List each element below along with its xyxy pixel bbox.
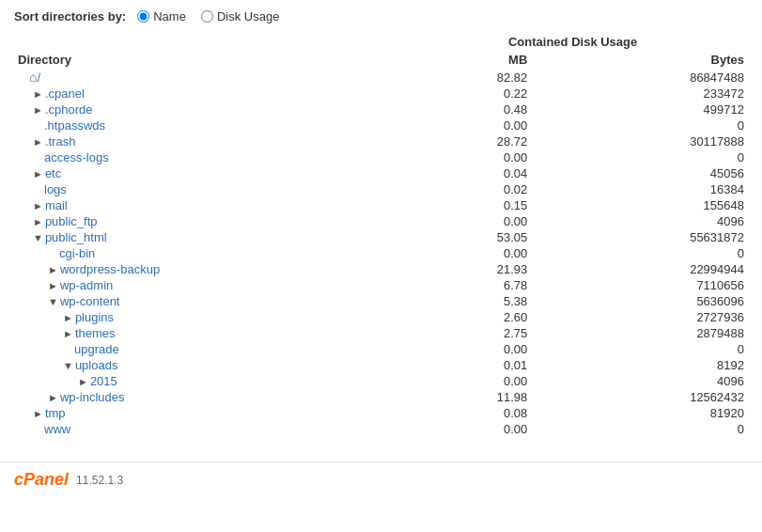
mb-cell: 28.72 [397, 133, 531, 149]
toggle-collapsed-icon[interactable]: ► [33, 200, 43, 211]
dir-cell: ►.cpanel [14, 86, 397, 102]
sort-name-label: Name [153, 9, 186, 23]
sort-disk-option[interactable]: Disk Usage [201, 9, 279, 23]
dir-cell: ►plugins [14, 309, 397, 325]
table-row: ▼public_html53.0555631872 [14, 229, 748, 245]
dir-cell: ►wordpress-backup [14, 261, 397, 277]
dir-link[interactable]: cgi-bin [59, 246, 95, 260]
main-container: Sort directories by: Name Disk Usage Con… [0, 0, 762, 446]
bytes-cell: 0 [531, 245, 748, 261]
col-dir-label: Directory [14, 51, 397, 69]
dir-link[interactable]: uploads [75, 358, 118, 372]
toggle-collapsed-icon[interactable]: ► [78, 376, 88, 387]
toggle-expanded-icon[interactable]: ▼ [33, 232, 43, 243]
cpanel-footer: cPanel 11.52.1.3 [0, 462, 762, 497]
mb-cell: 53.05 [397, 229, 531, 245]
dir-link[interactable]: access-logs [44, 150, 109, 164]
dir-link[interactable]: wordpress-backup [60, 262, 160, 276]
dir-link[interactable]: .trash [45, 134, 76, 149]
dir-link[interactable]: tmp [45, 406, 66, 420]
toggle-collapsed-icon[interactable]: ► [33, 88, 43, 100]
dir-cell: ⌂/ [14, 69, 397, 86]
dir-cell: ►public_ftp [14, 213, 397, 229]
toggle-expanded-icon[interactable]: ▼ [48, 296, 58, 307]
dir-cell: ▼uploads [14, 357, 397, 373]
dir-link[interactable]: .cphorde [45, 102, 93, 117]
dir-cell: ►.trash [14, 133, 397, 149]
bytes-cell: 0 [531, 117, 748, 133]
dir-cell: ►wp-includes [14, 389, 397, 405]
toggle-collapsed-icon[interactable]: ► [63, 328, 73, 339]
bytes-cell: 4096 [531, 213, 748, 229]
dir-cell: upgrade [14, 341, 397, 357]
dir-link[interactable]: themes [75, 326, 116, 340]
bytes-cell: 30117888 [531, 133, 748, 149]
toggle-collapsed-icon[interactable]: ► [33, 168, 43, 180]
dir-link[interactable]: public_html [45, 230, 107, 244]
bytes-cell: 7110656 [531, 277, 748, 293]
dir-cell: ►etc [14, 165, 397, 181]
toggle-collapsed-icon[interactable]: ► [33, 216, 43, 227]
mb-cell: 0.00 [397, 245, 531, 261]
col-mb-label: MB [397, 51, 531, 69]
toggle-collapsed-icon[interactable]: ► [33, 136, 43, 148]
sort-name-option[interactable]: Name [137, 9, 186, 23]
mb-cell: 0.02 [397, 181, 531, 197]
dir-link[interactable]: public_ftp [45, 214, 98, 228]
dir-cell: ►tmp [14, 405, 397, 421]
toggle-collapsed-icon[interactable]: ► [48, 264, 58, 275]
sort-name-radio[interactable] [137, 10, 149, 23]
bytes-cell: 81920 [531, 405, 748, 421]
table-row: ►wp-includes11.9812562432 [14, 389, 748, 405]
dir-link[interactable]: wp-includes [60, 390, 125, 404]
bytes-cell: 2879488 [531, 325, 748, 341]
bytes-cell: 233472 [531, 86, 748, 102]
mb-cell: 2.75 [397, 325, 531, 341]
dir-link[interactable]: 2015 [90, 374, 117, 388]
dir-link[interactable]: .cpanel [45, 86, 85, 101]
mb-cell: 0.00 [397, 213, 531, 229]
mb-cell: 5.38 [397, 293, 531, 309]
table-row: access-logs0.000 [14, 149, 748, 165]
bytes-cell: 12562432 [531, 389, 748, 405]
table-row: ▼wp-content5.385636096 [14, 293, 748, 309]
toggle-collapsed-icon[interactable]: ► [48, 392, 58, 403]
bytes-cell: 2727936 [531, 309, 748, 325]
dir-link[interactable]: www [44, 422, 70, 436]
dir-cell: ►wp-admin [14, 277, 397, 293]
dir-cell: logs [14, 181, 397, 197]
table-row: ►wp-admin6.787110656 [14, 277, 748, 293]
toggle-collapsed-icon[interactable]: ► [33, 408, 43, 419]
table-row: ⌂/82.8286847488 [14, 69, 748, 86]
toggle-collapsed-icon[interactable]: ► [33, 104, 43, 116]
dir-cell: www [14, 421, 397, 437]
dir-cell: ►2015 [14, 373, 397, 389]
dir-cell: .htpasswds [14, 117, 397, 133]
table-row: ►.trash28.7230117888 [14, 133, 748, 149]
table-row: ►.cpanel0.22233472 [14, 86, 748, 102]
dir-link[interactable]: .htpasswds [44, 118, 105, 133]
dir-link[interactable]: logs [44, 182, 67, 196]
dir-cell: ►.cphorde [14, 102, 397, 117]
dir-link[interactable]: wp-content [60, 294, 120, 308]
toggle-expanded-icon[interactable]: ▼ [63, 360, 73, 371]
dir-link[interactable]: plugins [75, 310, 114, 324]
bytes-cell: 0 [531, 341, 748, 357]
toggle-collapsed-icon[interactable]: ► [48, 280, 58, 291]
dir-cell: ►themes [14, 325, 397, 341]
table-row: ▼uploads0.018192 [14, 357, 748, 373]
dir-link[interactable]: upgrade [74, 342, 119, 356]
dir-link[interactable]: mail [45, 198, 68, 212]
dir-link[interactable]: etc [45, 166, 61, 180]
mb-cell: 0.48 [397, 102, 531, 117]
dir-link[interactable]: ⌂/ [29, 70, 40, 85]
table-row: ►themes2.752879488 [14, 325, 748, 341]
bytes-cell: 8192 [531, 357, 748, 373]
sort-disk-radio[interactable] [201, 10, 213, 23]
mb-cell: 0.22 [397, 86, 531, 102]
mb-cell: 0.00 [397, 341, 531, 357]
mb-cell: 0.01 [397, 357, 531, 373]
toggle-collapsed-icon[interactable]: ► [63, 312, 73, 323]
table-row: www0.000 [14, 421, 748, 437]
dir-link[interactable]: wp-admin [60, 278, 113, 292]
